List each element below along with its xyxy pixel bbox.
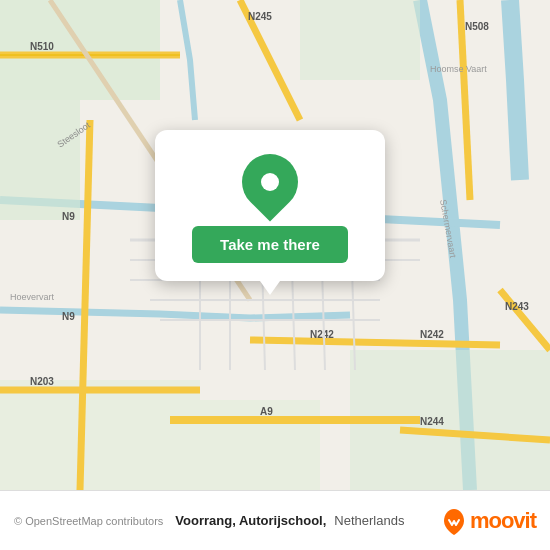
svg-rect-1 [0, 0, 160, 100]
popup-card: Take me there [155, 130, 385, 281]
svg-text:N245: N245 [248, 11, 272, 22]
svg-text:N243: N243 [505, 301, 529, 312]
svg-text:N9: N9 [62, 211, 75, 222]
svg-rect-5 [0, 380, 200, 490]
svg-text:N508: N508 [465, 21, 489, 32]
svg-text:N510: N510 [30, 41, 54, 52]
svg-text:N242: N242 [420, 329, 444, 340]
svg-rect-3 [300, 0, 420, 80]
svg-text:Hoevervart: Hoevervart [10, 292, 55, 302]
svg-text:N203: N203 [30, 376, 54, 387]
location-pin-dot [261, 173, 279, 191]
svg-text:N242: N242 [310, 329, 334, 340]
svg-line-23 [250, 340, 500, 345]
copyright-text: © OpenStreetMap contributors [14, 515, 163, 527]
location-pin-icon [230, 142, 309, 221]
svg-text:A9: A9 [260, 406, 273, 417]
svg-text:Hoomse Vaart: Hoomse Vaart [430, 64, 487, 74]
location-country: Netherlands [334, 513, 404, 528]
take-me-there-button[interactable]: Take me there [192, 226, 348, 263]
moovit-logo: moovit [440, 507, 536, 535]
svg-text:N244: N244 [420, 416, 444, 427]
map-container: N510 N245 N508 N9 N9 Steesloot N203 A9 N… [0, 0, 550, 490]
svg-text:N9: N9 [62, 311, 75, 322]
moovit-icon [440, 507, 468, 535]
svg-rect-2 [0, 100, 80, 220]
bottom-bar: © OpenStreetMap contributors Voorrang, A… [0, 490, 550, 550]
location-name: Voorrang, Autorijschool, [175, 513, 326, 528]
moovit-text: moovit [470, 508, 536, 534]
